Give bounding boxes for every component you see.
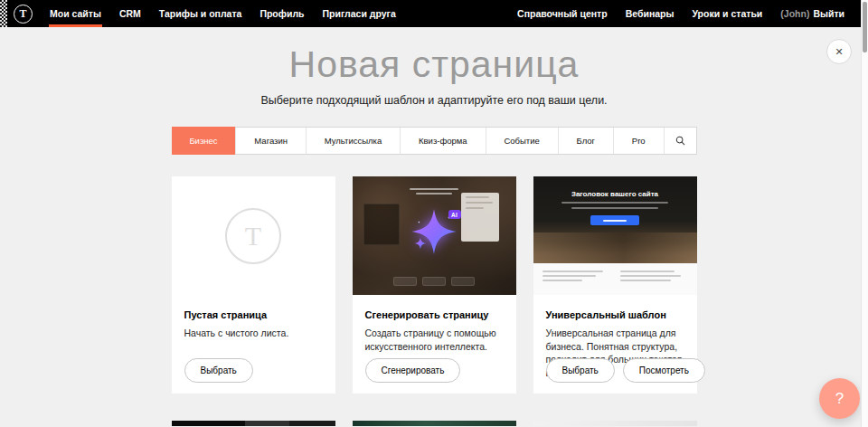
page-subtitle: Выберите подходящий шаблон и адаптируйте… <box>0 94 868 107</box>
preview-text-section <box>533 263 697 295</box>
menu-item-profile[interactable]: Профиль <box>250 0 313 27</box>
tab-multilink[interactable]: Мультиссылка <box>306 128 400 154</box>
universal-template-preview: Заголовок вашего сайта <box>533 176 697 295</box>
menu-item-invite-friend[interactable]: Пригласи друга <box>314 0 405 27</box>
logout-label: Выйти <box>813 8 844 19</box>
scrollbar-thumb[interactable] <box>863 2 867 52</box>
preview-hero: Заголовок вашего сайта <box>533 176 697 263</box>
tab-quiz-form[interactable]: Квиз-форма <box>400 128 485 154</box>
card-title: Пустая страница <box>184 309 323 320</box>
card-title: Универсальный шаблон <box>546 309 684 320</box>
preview-paragraph-decor <box>542 270 610 289</box>
preview-cards-decor <box>393 277 475 286</box>
help-button[interactable]: ? <box>819 378 860 419</box>
select-universal-button[interactable]: Выбрать <box>546 358 615 383</box>
next-row-partial <box>172 421 697 426</box>
preview-text-line <box>561 202 668 204</box>
menu-item-crm[interactable]: CRM <box>110 0 150 27</box>
question-icon: ? <box>835 390 844 408</box>
preview-text-line <box>571 207 658 209</box>
template-card-partial[interactable] <box>533 421 697 426</box>
card-actions: Сгенерировать <box>365 358 461 383</box>
preview-paragraph-decor <box>620 270 688 289</box>
preview-heading: Заголовок вашего сайта <box>533 176 697 198</box>
tab-business[interactable]: Бизнес <box>172 127 236 155</box>
generate-button[interactable]: Сгенерировать <box>365 358 461 383</box>
menu-item-lessons[interactable]: Уроки и статьи <box>683 0 771 27</box>
tab-shop[interactable]: Магазин <box>235 128 305 154</box>
close-icon: ✕ <box>835 46 843 58</box>
tilda-mark-icon: T <box>225 208 281 264</box>
close-button[interactable]: ✕ <box>826 39 852 64</box>
card-body: Сгенерировать страницу Создать страницу … <box>353 295 516 353</box>
scrollbar-track[interactable] <box>861 0 868 427</box>
menu-item-webinars[interactable]: Вебинары <box>617 0 684 27</box>
ai-badge: AI <box>448 210 461 219</box>
menu-item-help-center[interactable]: Справочный центр <box>508 0 617 27</box>
blank-template-preview: T <box>172 176 335 295</box>
card-title: Сгенерировать страницу <box>365 309 504 320</box>
card-description: Начать с чистого листа. <box>184 327 323 340</box>
card-actions: Выбрать Посмотреть <box>546 358 705 383</box>
menu-item-my-sites[interactable]: Мои сайты <box>41 0 110 27</box>
preview-thumbnail-light <box>461 193 499 242</box>
tab-event[interactable]: Событие <box>486 128 558 154</box>
primary-menu: Мои сайты CRM Тарифы и оплата Профиль Пр… <box>41 0 405 27</box>
tab-blog[interactable]: Блог <box>558 128 613 154</box>
card-actions: Выбрать <box>184 358 253 383</box>
app-window: T Мои сайты CRM Тарифы и оплата Профиль … <box>0 0 868 427</box>
preview-thumbnail-dark <box>363 204 400 245</box>
card-description: Создать страницу с помощью искусственног… <box>365 327 504 353</box>
topbar: T Мои сайты CRM Тарифы и оплата Профиль … <box>0 0 868 27</box>
tilda-logo[interactable]: T <box>14 5 33 24</box>
user-name: (John) <box>780 8 809 19</box>
tilda-logo-letter: T <box>19 7 26 21</box>
template-card-partial[interactable] <box>172 421 335 426</box>
template-card-universal[interactable]: Заголовок вашего сайта <box>533 176 697 394</box>
page-title: Новая страница <box>0 27 868 85</box>
template-card-ai-generate[interactable]: AI Сгенерировать страницу Создать страни… <box>353 176 516 394</box>
main-content: ✕ Новая страница Выберите подходящий шаб… <box>0 27 868 427</box>
template-grid: T Пустая страница Начать с чистого листа… <box>172 176 697 394</box>
template-card-blank[interactable]: T Пустая страница Начать с чистого листа… <box>172 176 335 394</box>
menu-item-logout[interactable]: (John) Выйти <box>771 0 854 27</box>
tab-pro[interactable]: Pro <box>613 128 664 154</box>
secondary-menu: Справочный центр Вебинары Уроки и статьи… <box>508 0 868 27</box>
search-icon <box>675 136 685 146</box>
ai-template-preview: AI <box>353 176 516 295</box>
preview-universal-button[interactable]: Посмотреть <box>623 358 705 383</box>
preview-cta-button <box>590 215 639 225</box>
tab-search[interactable] <box>664 128 696 154</box>
menu-item-pricing[interactable]: Тарифы и оплата <box>150 0 251 27</box>
edge-pattern-decor <box>0 0 7 27</box>
select-blank-button[interactable]: Выбрать <box>184 358 253 383</box>
preview-text-decor <box>402 185 466 195</box>
card-body: Пустая страница Начать с чистого листа. <box>172 295 335 340</box>
template-card-partial[interactable] <box>353 421 516 426</box>
template-category-tabs: Бизнес Магазин Мультиссылка Квиз-форма С… <box>172 127 697 155</box>
